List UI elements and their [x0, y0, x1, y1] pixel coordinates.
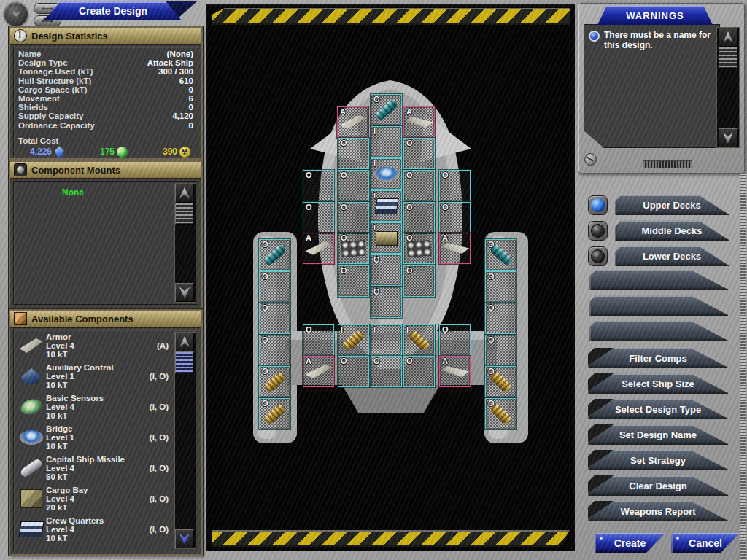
blank-button-2[interactable]	[589, 295, 728, 316]
button-upper-decks[interactable]: Upper Decks	[615, 195, 729, 215]
scroll-track[interactable]	[175, 373, 196, 529]
slot-type-label: O	[341, 233, 347, 242]
radio-upper-decks[interactable]	[588, 195, 608, 215]
radio-middle-decks[interactable]	[588, 221, 608, 241]
slot-type-label: O	[374, 255, 380, 264]
design-slot-o[interactable]: O	[371, 356, 402, 387]
cargo-bay-icon	[17, 486, 46, 512]
design-slot-i[interactable]: I	[371, 126, 402, 158]
create-button[interactable]: Create	[595, 533, 665, 553]
design-slot-o[interactable]: O	[259, 366, 290, 397]
design-slot-o[interactable]: O	[303, 202, 334, 233]
component-item-capital-ship-missile[interactable]: Capital Ship MissileLevel 450 kT(I, O)	[14, 453, 174, 483]
design-slot-o[interactable]: O	[338, 138, 369, 169]
design-slot-o[interactable]: O	[303, 324, 334, 356]
button-weapons-report[interactable]: Weapons Report	[588, 501, 728, 521]
design-slot-o[interactable]: O	[439, 170, 471, 201]
design-slot-o[interactable]: O	[485, 239, 516, 271]
design-slot-o[interactable]: O	[403, 265, 435, 297]
scroll-thumb[interactable]	[719, 47, 738, 69]
design-slot-o[interactable]: O	[338, 265, 369, 297]
stat-value: 0	[189, 121, 193, 130]
design-slot-a[interactable]: A	[303, 356, 334, 387]
available-components-panel: Available Components ArmorLevel 410 kT(A…	[9, 309, 203, 556]
scroll-up-button[interactable]	[175, 332, 194, 351]
scroll-up-button[interactable]	[719, 28, 738, 47]
design-slot-a[interactable]: A	[337, 106, 368, 138]
mounts-scrollbar[interactable]	[174, 183, 196, 303]
slot-type-label: O	[488, 303, 495, 312]
menu-button[interactable]	[3, 1, 29, 28]
component-item-armor[interactable]: ArmorLevel 410 kT(A)	[14, 330, 174, 361]
grip-texture	[643, 160, 692, 168]
scroll-down-button[interactable]	[175, 283, 194, 302]
blank-button-3[interactable]	[589, 321, 728, 341]
component-item-bridge[interactable]: BridgeLevel 110 kT(I, O)	[14, 422, 174, 453]
scroll-track[interactable]	[175, 225, 196, 283]
design-slot-o[interactable]: O	[259, 303, 290, 334]
design-slot-o[interactable]: O	[371, 254, 402, 286]
button-filter-comps[interactable]: Filter Comps	[588, 348, 728, 368]
button-middle-decks[interactable]: Middle Decks	[615, 220, 729, 241]
component-missile	[341, 239, 365, 257]
scroll-down-button[interactable]	[175, 529, 194, 548]
design-slot-o[interactable]: O	[403, 202, 435, 233]
design-slot-i[interactable]: I	[371, 324, 402, 356]
design-slot-a[interactable]: A	[439, 356, 471, 387]
design-slot-o[interactable]: O	[303, 170, 334, 201]
component-item-cargo-bay[interactable]: Cargo BayLevel 420 kT(I, O)	[14, 483, 174, 514]
design-slot-o[interactable]: O	[338, 170, 369, 201]
scroll-thumb[interactable]	[175, 203, 194, 225]
design-area[interactable]: OIIIIOOAAOOOOOOOOOOAOOAOOOIIIOAOOOAOOOOO…	[206, 4, 575, 551]
design-slot-o[interactable]: O	[259, 335, 290, 366]
design-slot-o[interactable]: O	[485, 335, 516, 366]
components-scrollbar[interactable]	[174, 332, 196, 549]
design-slot-o[interactable]: O	[403, 233, 435, 264]
design-slot-o[interactable]: O	[259, 239, 290, 271]
cancel-button[interactable]: Cancel	[671, 533, 740, 553]
design-slot-o[interactable]: O	[485, 398, 516, 429]
button-lower-decks[interactable]: Lower Decks	[615, 246, 729, 266]
component-item-basic-sensors[interactable]: Basic SensorsLevel 410 kT(I, O)	[14, 392, 174, 422]
mount-selection[interactable]: None	[14, 182, 198, 198]
design-slot-o[interactable]: O	[485, 366, 516, 397]
design-slot-a[interactable]: A	[439, 233, 471, 264]
design-slot-a[interactable]: A	[403, 106, 435, 138]
scroll-down-button[interactable]	[719, 128, 738, 147]
design-slot-i[interactable]: I	[371, 222, 402, 254]
design-slot-o[interactable]: O	[259, 398, 290, 429]
design-slot-o[interactable]: O	[485, 271, 516, 303]
design-slot-i[interactable]: I	[371, 158, 402, 190]
scroll-thumb[interactable]	[175, 351, 194, 373]
design-slot-o[interactable]: O	[338, 356, 369, 387]
button-select-design-type[interactable]: Select Design Type	[588, 399, 728, 419]
stat-value: 300 / 300	[158, 67, 193, 76]
scroll-up-button[interactable]	[175, 184, 194, 203]
blank-button-1[interactable]	[589, 270, 728, 290]
button-clear-design[interactable]: Clear Design	[588, 475, 728, 496]
design-slot-o[interactable]: O	[403, 138, 435, 169]
design-slot-o[interactable]: O	[338, 233, 369, 264]
design-slot-o[interactable]: O	[403, 170, 435, 201]
component-item-crew-quarters[interactable]: Crew QuartersLevel 410 kT(I, O)	[14, 514, 174, 545]
radio-lower-decks[interactable]	[588, 246, 608, 266]
slot-type-label: O	[442, 203, 449, 211]
design-slot-a[interactable]: A	[303, 233, 334, 264]
button-set-design-name[interactable]: Set Design Name	[588, 424, 728, 445]
design-slot-o[interactable]: O	[485, 303, 516, 334]
design-slot-i[interactable]: I	[338, 324, 369, 356]
design-slot-o[interactable]: O	[403, 356, 435, 387]
slot-type-label: O	[406, 203, 413, 211]
design-slot-i[interactable]: I	[403, 324, 435, 356]
design-slot-o[interactable]: O	[439, 324, 471, 356]
design-slot-o[interactable]: O	[338, 202, 369, 233]
button-set-strategy[interactable]: Set Strategy	[588, 450, 728, 470]
design-slot-o[interactable]: O	[259, 271, 290, 303]
design-slot-o[interactable]: O	[439, 202, 471, 233]
button-select-ship-size[interactable]: Select Ship Size	[588, 373, 728, 394]
design-slot-o[interactable]: O	[371, 94, 402, 125]
component-item-auxiliary-control[interactable]: Auxiliary ControlLevel 110 kT(I, O)	[14, 361, 174, 392]
warnings-scrollbar[interactable]	[716, 27, 740, 148]
design-slot-i[interactable]: I	[371, 190, 402, 222]
design-slot-o[interactable]: O	[371, 287, 402, 318]
